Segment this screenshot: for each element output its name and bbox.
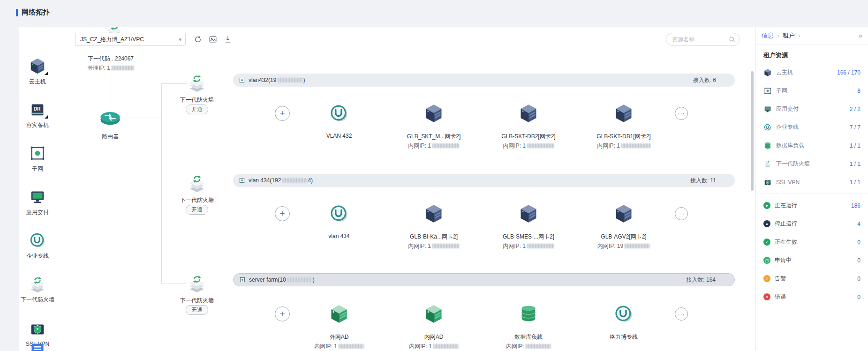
redacted-ip: [625, 244, 650, 248]
resource-palette: 云主机 容灾备机 子网 应用交付 企业专线 下一代防火墙: [19, 27, 56, 351]
topology-node-server[interactable]: GLB-AGV2[网卡2] 内网IP: 19: [591, 203, 657, 250]
resource-count[interactable]: 1 / 1: [850, 179, 860, 186]
enterprise-line-icon: [613, 304, 634, 324]
resource-row-enterprise-line[interactable]: 企业专线 7 / 7: [756, 118, 868, 136]
status-row-error[interactable]: 错误 0: [756, 288, 868, 306]
palette-item-enterprise-line[interactable]: 企业专线: [19, 232, 56, 260]
vpc-selector[interactable]: JS_CZ_格力博_AZ1/VPC: [75, 33, 186, 46]
vlan-header-label: vlan432(19): [249, 77, 305, 83]
node-ip: 内网IP: 1: [496, 142, 561, 150]
palette-item-cloud-host[interactable]: 云主机: [19, 57, 56, 86]
resource-row-ssl-vpn[interactable]: SSL VPN 1 / 1: [756, 173, 868, 191]
root-firewall-node[interactable]: 下一代防...224067 管理IP: 1: [68, 55, 153, 72]
status-row-alarm[interactable]: 告警 0: [756, 269, 868, 288]
node-label: GLB-BI-Ka...网卡2]: [401, 233, 467, 241]
search-box[interactable]: [666, 33, 740, 46]
tab-tenant[interactable]: 租户: [783, 31, 795, 40]
status-row-running[interactable]: 正在运行 186: [756, 196, 868, 215]
collapse-panel-button[interactable]: »: [859, 31, 862, 39]
resource-row-subnet[interactable]: 子网 8: [756, 82, 868, 100]
resource-row-firewall[interactable]: 下一代防火墙 1 / 1: [756, 155, 868, 173]
topology-node-app-delivery[interactable]: 外网AD 内网IP: 1: [306, 304, 372, 351]
topology-node-vlan[interactable]: VLAN 432: [306, 103, 372, 139]
resource-count[interactable]: 2 / 2: [850, 106, 860, 112]
topology-node-server[interactable]: GLB-BI-Ka...网卡2] 内网IP: 1: [401, 203, 467, 250]
palette-item-label: 下一代防火墙: [21, 296, 54, 304]
resource-count[interactable]: 1 / 1: [850, 161, 860, 167]
add-node-button[interactable]: [275, 106, 290, 121]
firewall-status-badge[interactable]: 开通: [186, 105, 208, 114]
refresh-button[interactable]: [192, 34, 204, 45]
topology-node-server[interactable]: GLB-SKT-DB1[网卡2] 内网IP: 1: [591, 103, 657, 150]
palette-item-firewall[interactable]: 下一代防火墙: [19, 275, 56, 304]
palette-item-subnet[interactable]: 子网: [19, 144, 56, 173]
firewall-status-badge[interactable]: 开通: [186, 305, 208, 315]
canvas-scrollbar[interactable]: [751, 71, 754, 191]
status-row-stopped[interactable]: 停止运行 4: [756, 215, 868, 233]
firewall-label: 下一代防火墙: [164, 96, 230, 104]
vlan-header-bar[interactable]: vlan 434(1924) 接入数: 11: [233, 174, 735, 187]
node-label: GLB-SKT-DB1[网卡2]: [591, 133, 657, 141]
status-count[interactable]: 0: [857, 257, 860, 264]
topology-node-db-load[interactable]: 数据库负载 内网IP:: [496, 304, 561, 351]
palette-item-app-delivery[interactable]: 应用交付: [19, 188, 56, 217]
resource-count[interactable]: 8: [857, 88, 860, 94]
subnet-icon: [763, 87, 772, 95]
firewall-status-badge[interactable]: 开通: [186, 205, 208, 215]
resource-count[interactable]: 166 / 170: [837, 69, 860, 76]
server-icon: [423, 103, 444, 124]
panel-divider: [756, 194, 868, 194]
vpn-icon: [29, 320, 46, 338]
status-count[interactable]: 0: [857, 276, 860, 282]
search-icon[interactable]: [728, 36, 736, 43]
status-row-in-effect[interactable]: 正在生效 0: [756, 233, 868, 251]
topology-node-app-delivery[interactable]: 内网AD 内网IP: 1: [401, 304, 467, 351]
resource-row-cloud-host[interactable]: 云主机 166 / 170: [756, 63, 868, 82]
topology-node-server[interactable]: GLB_SKT_M...网卡2] 内网IP: 1: [401, 103, 467, 150]
resource-label: 应用交付: [776, 105, 799, 113]
topology-node-server[interactable]: GLB-SKT-DB2[网卡2] 内网IP: 1: [496, 103, 561, 150]
firewall-icon[interactable]: [187, 73, 207, 94]
status-count[interactable]: 0: [857, 294, 860, 300]
more-nodes-button[interactable]: [675, 307, 688, 321]
palette-item-dr-host[interactable]: 容灾备机: [19, 101, 56, 129]
resource-count[interactable]: 7 / 7: [850, 124, 860, 131]
vlan-icon: [329, 203, 349, 224]
vlan-header-bar[interactable]: vlan432(19) 接入数: 6: [233, 74, 735, 87]
palette-item-label: 容灾备机: [26, 121, 49, 129]
export-image-button[interactable]: [207, 34, 219, 45]
panel-section-title: 租户资源: [756, 45, 868, 63]
status-count[interactable]: 0: [857, 239, 860, 246]
topology-node-line[interactable]: 格力博专线: [591, 304, 657, 341]
database-icon: [763, 142, 772, 150]
download-button[interactable]: [222, 34, 234, 45]
status-count[interactable]: 4: [857, 221, 860, 227]
palette-item-label: 云主机: [29, 78, 46, 86]
node-label: GLB-SMES-...网卡2]: [496, 233, 561, 241]
status-row-applying[interactable]: 申请中 0: [756, 251, 868, 269]
load-balancer-icon[interactable]: [29, 341, 46, 351]
resource-label: 子网: [776, 87, 787, 95]
add-node-button[interactable]: [275, 206, 290, 221]
more-nodes-button[interactable]: [675, 107, 688, 120]
add-node-button[interactable]: [275, 306, 290, 321]
topology-node-server[interactable]: GLB-SMES-...网卡2] 内网IP: 1: [496, 203, 561, 250]
router-icon[interactable]: [98, 107, 122, 128]
firewall-icon[interactable]: [187, 274, 207, 294]
resource-row-db-load[interactable]: 数据库负载 1 / 1: [756, 136, 868, 155]
title-accent-bar: [16, 9, 18, 16]
vlan-header-label: server-farm(10): [249, 276, 315, 283]
resource-count[interactable]: 1 / 1: [850, 142, 860, 149]
tab-info[interactable]: 信息: [762, 31, 774, 40]
database-icon: [518, 304, 539, 324]
resource-row-app-delivery[interactable]: 应用交付 2 / 2: [756, 100, 868, 118]
app-delivery-icon: [763, 105, 772, 113]
redacted-ip: [527, 244, 554, 248]
firewall-icon[interactable]: [187, 173, 207, 194]
topology-node-vlan[interactable]: vlan 434: [306, 203, 372, 239]
server-icon: [423, 203, 444, 224]
vlan-header-bar[interactable]: server-farm(10) 接入数: 164: [233, 273, 735, 286]
more-nodes-button[interactable]: [675, 207, 688, 220]
access-count: 接入数: 164: [686, 276, 716, 284]
status-count[interactable]: 186: [851, 202, 860, 209]
